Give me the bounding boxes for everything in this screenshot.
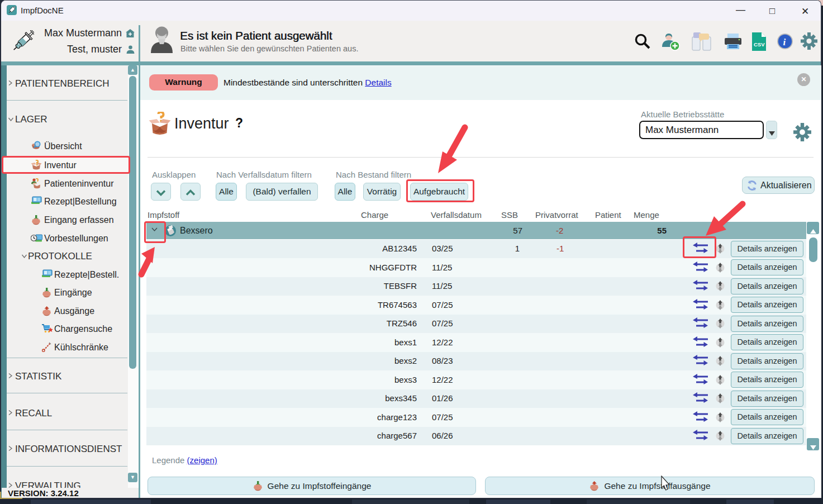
svg-text:i: i [783, 37, 786, 47]
svg-text:CSV: CSV [754, 41, 765, 47]
